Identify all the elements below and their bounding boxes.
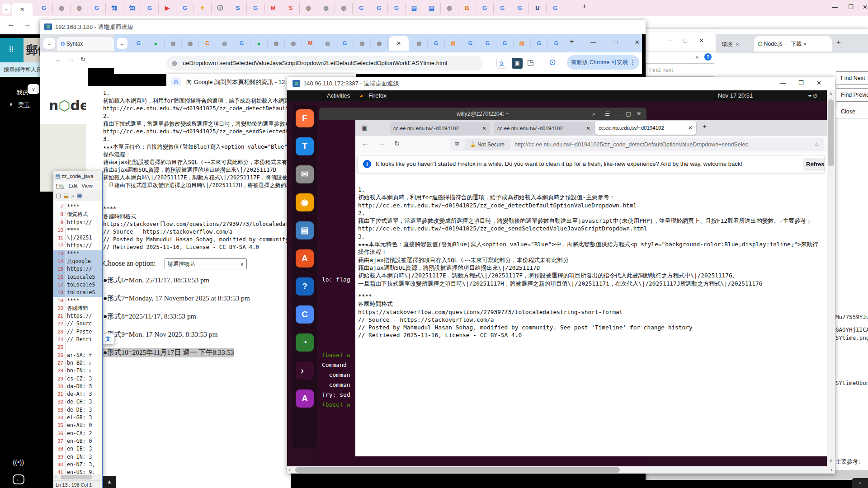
rdpa-omnibox[interactable]: ◍ ueDropdown+sendSelectedValueJavaScript… [166, 56, 483, 70]
code-line[interactable]: 24// Retri [53, 336, 102, 343]
browser-tab[interactable]: G [176, 3, 194, 14]
system-tray-icons[interactable]: ⏷ ⏻ [808, 90, 817, 101]
editor-hscrollbar[interactable]: ‹ [53, 474, 102, 480]
browser-tab[interactable]: G [476, 3, 494, 14]
code-line[interactable]: 40en-NZ: 3, [53, 461, 102, 469]
bookmark-star-icon[interactable]: ☆ [814, 138, 819, 151]
rdpa-chrome-max[interactable]: □ [614, 39, 618, 46]
clock[interactable]: Nov 17 20:51 [718, 90, 753, 101]
firefox-tab-3-active[interactable]: cc.ee.ntu.edu.tw/~d0194102 ✕ [595, 121, 696, 135]
menu-view[interactable]: View [81, 183, 93, 188]
browser-tab[interactable]: G [353, 3, 370, 14]
scroll-left-arrow[interactable]: ‹ [55, 474, 57, 479]
rdpb-minimize[interactable]: — [780, 80, 786, 86]
code-line[interactable]: 33de-DE: 3 [53, 406, 102, 414]
search-icon[interactable]: ⌕ [71, 192, 77, 199]
browser-tab[interactable]: G [247, 3, 264, 14]
code-line[interactable]: 31de-AT: 3 [53, 390, 102, 398]
browser-tab[interactable]: G [548, 38, 565, 48]
code-line[interactable]: 10**** [53, 226, 102, 234]
browser-tab[interactable]: ◍ [268, 38, 285, 48]
browser-tab[interactable]: ◍ [53, 3, 71, 14]
code-line[interactable]: 28bn-IN: ১ [53, 367, 102, 375]
terminal-min[interactable]: — [615, 108, 621, 120]
rdpa-chrome-chevron[interactable]: ⌄ [117, 38, 127, 49]
app-launcher-button[interactable]: ⠿ [0, 38, 24, 62]
browser-tab[interactable]: G [428, 38, 445, 48]
hamburger-icon[interactable]: ☰ [605, 108, 610, 120]
code-line[interactable]: 13**** [53, 250, 102, 258]
terminal-close[interactable]: ✕ [637, 108, 641, 120]
browser-tab[interactable]: G [547, 3, 564, 14]
dialog-button[interactable]: Find Next [836, 71, 868, 85]
gamepad-icon[interactable]: +· [13, 474, 24, 484]
browser-tab[interactable]: ◍ [354, 38, 371, 48]
browser-tab[interactable]: G [531, 38, 548, 48]
browser-tab[interactable]: ◍ [71, 3, 88, 14]
browser-tab[interactable]: G [130, 38, 147, 48]
refresh-firefox-button[interactable]: Refres [803, 158, 824, 171]
browser-tab[interactable]: ◍ [165, 38, 182, 48]
tab-close-icon[interactable]: ✕ [586, 122, 590, 135]
rdpb-close[interactable]: ✕ [816, 80, 821, 86]
menu-edit[interactable]: Edit [69, 183, 78, 188]
browser-tab[interactable]: 知 [106, 3, 123, 14]
browser-tab[interactable]: ▤ [423, 3, 441, 14]
code-line[interactable]: 32de-CH: 3 [53, 398, 102, 406]
mail-folder-user[interactable]: 梁玉 [18, 101, 30, 109]
firefox-urlbar[interactable]: ⛨ 🔓 Not Secure http://cc.ee.ntu.edu.tw/~… [450, 138, 824, 151]
browser-tab[interactable]: ◍ [371, 38, 388, 48]
code-line[interactable]: 23// Poste [53, 328, 102, 336]
taskbar-icon-fragment[interactable]: ▲ [103, 476, 116, 488]
code-line[interactable]: 8優質格式 [53, 211, 102, 218]
code-line[interactable]: 18toLocaleS [53, 289, 102, 296]
menu-file[interactable]: File [56, 183, 65, 188]
firefox-menu[interactable]: Firefox [368, 90, 387, 101]
new-file-icon[interactable]: ▢ [56, 192, 63, 199]
browser-tab[interactable]: ◍ [335, 3, 353, 14]
browser-tab[interactable]: G [494, 3, 511, 14]
code-line[interactable]: 27bn-BD: ১ [53, 359, 102, 367]
browser-tab[interactable]: U [529, 3, 547, 14]
taskbar-fragment[interactable]: ▪ [852, 478, 868, 488]
code-line[interactable]: 35en-AU: 0 [53, 422, 102, 429]
terminal-titlebar[interactable]: willy2@z270f2204: ~ ⌕ ☰ — ▢ ✕ [319, 108, 646, 120]
shield-icon[interactable]: ⛨ [455, 138, 459, 151]
browser-tab[interactable]: ◍ [182, 38, 199, 48]
reload-icon[interactable]: ↻ [80, 56, 85, 63]
forward-icon[interactable]: → [24, 20, 31, 29]
browser-tab[interactable]: G [462, 38, 479, 48]
folder-chevron-icon[interactable]: ∧ [9, 101, 13, 108]
code-line[interactable]: 16toLocaleS [53, 273, 102, 281]
scroll-thumb[interactable] [61, 475, 92, 479]
browser-tab[interactable]: G [141, 3, 159, 14]
browser-tab[interactable]: G [370, 3, 388, 14]
browser-tab[interactable]: ⓘ [212, 3, 229, 14]
scroll-up-arrow[interactable]: ˄ [829, 91, 832, 98]
browser-tab[interactable]: G [233, 38, 250, 48]
rdpb-maximize[interactable]: ❐ [798, 80, 804, 86]
browser-tab[interactable]: M [264, 3, 282, 14]
browser-tab[interactable]: S [229, 3, 247, 14]
tab-close-icon[interactable]: ✕ [20, 6, 24, 13]
find-dialog-close[interactable]: ✕ [699, 37, 704, 44]
windowc-tab-nodejs[interactable]: ⬡ Node.js — 下載 ✕ [754, 36, 832, 52]
tab-close-icon[interactable]: ✕ [736, 42, 739, 47]
code-line[interactable]: 30da-DK: 3 [53, 383, 102, 390]
firefox-tab-2[interactable]: cc.ee.ntu.edu.tw/~d0194102 ✕ [494, 122, 594, 135]
code-line[interactable]: 14見google [53, 258, 102, 265]
tab-close-icon[interactable]: ✕ [803, 42, 807, 47]
item-select[interactable]: 請選擇物品 ∨ [165, 258, 247, 269]
translate-popup-icon[interactable]: 文 [102, 333, 114, 344]
forward-icon[interactable]: → [68, 56, 74, 63]
code-line[interactable]: 7**** [53, 203, 102, 211]
search-icon[interactable]: ⌕ [592, 108, 595, 120]
dialog-button[interactable]: Find Previous [836, 88, 868, 102]
editor-code-area[interactable]: 7**** 8優質格式 9https:// 10**** 11\|/20251 [53, 203, 102, 473]
browser-tab[interactable]: G [479, 38, 496, 48]
code-line[interactable]: 38en-IE: 3 [53, 445, 102, 453]
help-icon[interactable]: ? [704, 53, 712, 61]
open-file-icon[interactable]: ⬓ [63, 192, 71, 199]
terminal-max[interactable]: ▢ [626, 108, 631, 120]
reload-icon[interactable]: ↻ [394, 140, 400, 148]
